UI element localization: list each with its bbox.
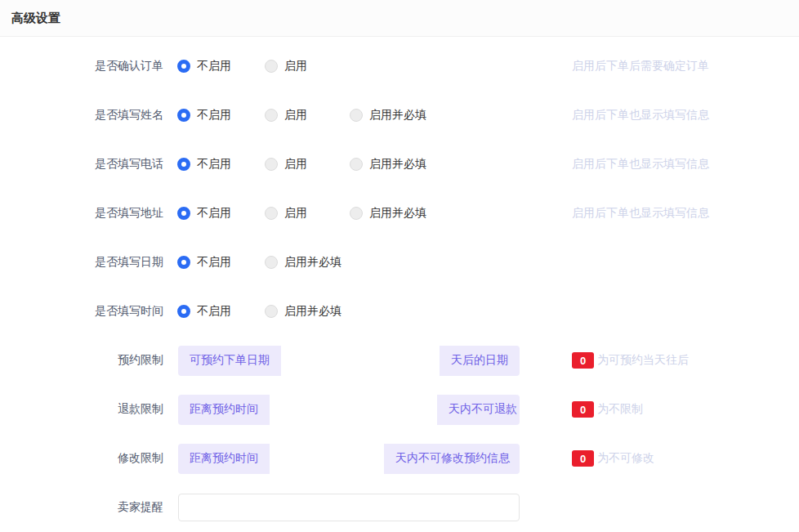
radio-option-enabled[interactable]: 启用 xyxy=(265,157,350,172)
row-label: 是否填写时间 xyxy=(0,304,163,319)
row-label: 是否确认订单 xyxy=(0,59,163,74)
radio-group-fill-address: 不启用 启用 启用并必填 xyxy=(177,206,426,221)
row-booking-limit: 预约限制 可预约下单日期 天后的日期 0 为可预约当天往后 xyxy=(0,336,799,385)
row-label: 是否填写姓名 xyxy=(0,108,163,123)
radio-group-confirm-order: 不启用 启用 xyxy=(177,59,307,74)
radio-option-disabled[interactable]: 不启用 xyxy=(177,59,265,74)
booking-limit-days-input[interactable] xyxy=(281,346,440,376)
radio-option-label[interactable]: 启用并必填 xyxy=(284,304,341,319)
radio-option-disabled[interactable]: 不启用 xyxy=(177,108,265,123)
row-seller-reminder: 卖家提醒 xyxy=(0,483,799,532)
row-fill-address: 是否填写地址 不启用 启用 启用并必填 启用后下单也显示填写信息 xyxy=(0,189,799,238)
radio-option-enabled-required[interactable]: 启用并必填 xyxy=(265,255,341,270)
radio-option-label[interactable]: 不启用 xyxy=(197,157,231,172)
row-fill-time: 是否填写时间 不启用 启用并必填 xyxy=(0,287,799,336)
row-hint: 启用后下单也显示填写信息 xyxy=(572,108,709,123)
radio-unselected-icon[interactable] xyxy=(265,60,278,73)
modify-limit-input-group: 距离预约时间 天内不可修改预约信息 xyxy=(178,444,520,474)
row-label: 是否填写日期 xyxy=(0,255,163,270)
modify-limit-days-input[interactable] xyxy=(270,444,384,474)
row-label: 是否填写电话 xyxy=(0,157,163,172)
radio-selected-icon[interactable] xyxy=(177,109,190,122)
radio-option-enabled[interactable]: 启用 xyxy=(265,206,350,221)
badge-hint-text: 为不可修改 xyxy=(597,451,654,466)
radio-option-enabled-required[interactable]: 启用并必填 xyxy=(265,304,341,319)
row-fill-name: 是否填写姓名 不启用 启用 启用并必填 启用后下单也显示填写信息 xyxy=(0,91,799,140)
advanced-settings-form: 是否确认订单 不启用 启用 启用后下单后需要确定订单 是否填写姓名 不启用 启用 xyxy=(0,37,799,532)
radio-unselected-icon[interactable] xyxy=(265,305,278,318)
radio-option-enabled[interactable]: 启用 xyxy=(265,59,307,74)
row-fill-date: 是否填写日期 不启用 启用并必填 xyxy=(0,238,799,287)
page-title: 高级设置 xyxy=(11,11,60,26)
radio-option-label[interactable]: 启用 xyxy=(284,108,307,123)
radio-selected-icon[interactable] xyxy=(177,158,190,171)
row-label: 预约限制 xyxy=(0,353,163,368)
radio-option-enabled-required[interactable]: 启用并必填 xyxy=(350,157,426,172)
radio-group-fill-date: 不启用 启用并必填 xyxy=(177,255,341,270)
radio-group-fill-phone: 不启用 启用 启用并必填 xyxy=(177,157,426,172)
radio-group-fill-time: 不启用 启用并必填 xyxy=(177,304,341,319)
badge-hint: 0 为不限制 xyxy=(572,401,643,418)
radio-option-disabled[interactable]: 不启用 xyxy=(177,255,265,270)
radio-option-label[interactable]: 启用并必填 xyxy=(284,255,341,270)
radio-option-enabled-required[interactable]: 启用并必填 xyxy=(350,108,426,123)
input-prefix: 可预约下单日期 xyxy=(178,346,281,376)
zero-badge: 0 xyxy=(572,450,594,467)
zero-badge: 0 xyxy=(572,401,594,418)
radio-option-label[interactable]: 启用 xyxy=(284,157,307,172)
radio-option-enabled[interactable]: 启用 xyxy=(265,108,350,123)
radio-unselected-icon[interactable] xyxy=(265,109,278,122)
radio-option-disabled[interactable]: 不启用 xyxy=(177,157,265,172)
seller-reminder-input[interactable] xyxy=(178,494,520,521)
radio-option-disabled[interactable]: 不启用 xyxy=(177,304,265,319)
row-confirm-order: 是否确认订单 不启用 启用 启用后下单后需要确定订单 xyxy=(0,42,799,91)
radio-option-enabled-required[interactable]: 启用并必填 xyxy=(350,206,426,221)
row-hint: 启用后下单后需要确定订单 xyxy=(572,59,709,74)
radio-option-label[interactable]: 启用并必填 xyxy=(369,206,426,221)
row-hint: 启用后下单也显示填写信息 xyxy=(572,206,709,221)
radio-option-label[interactable]: 不启用 xyxy=(197,206,231,221)
radio-unselected-icon[interactable] xyxy=(265,158,278,171)
radio-option-label[interactable]: 不启用 xyxy=(197,304,231,319)
badge-hint: 0 为可预约当天往后 xyxy=(572,352,689,369)
row-label: 是否填写地址 xyxy=(0,206,163,221)
input-suffix: 天内不可修改预约信息 xyxy=(384,444,520,474)
input-suffix: 天后的日期 xyxy=(440,346,520,376)
input-prefix: 距离预约时间 xyxy=(178,395,270,425)
radio-option-label[interactable]: 启用 xyxy=(284,206,307,221)
radio-selected-icon[interactable] xyxy=(177,305,190,318)
badge-hint: 0 为不可修改 xyxy=(572,450,654,467)
input-prefix: 距离预约时间 xyxy=(178,444,270,474)
row-label: 卖家提醒 xyxy=(0,500,163,515)
radio-unselected-icon[interactable] xyxy=(265,256,278,269)
radio-unselected-icon[interactable] xyxy=(350,207,363,220)
radio-option-disabled[interactable]: 不启用 xyxy=(177,206,265,221)
radio-selected-icon[interactable] xyxy=(177,60,190,73)
radio-unselected-icon[interactable] xyxy=(265,207,278,220)
row-modify-limit: 修改限制 距离预约时间 天内不可修改预约信息 0 为不可修改 xyxy=(0,434,799,483)
row-label: 退款限制 xyxy=(0,402,163,417)
booking-limit-input-group: 可预约下单日期 天后的日期 xyxy=(178,346,520,376)
radio-unselected-icon[interactable] xyxy=(350,158,363,171)
row-refund-limit: 退款限制 距离预约时间 天内不可退款 0 为不限制 xyxy=(0,385,799,434)
row-label: 修改限制 xyxy=(0,451,163,466)
badge-hint-text: 为不限制 xyxy=(597,402,643,417)
row-hint: 启用后下单也显示填写信息 xyxy=(572,157,709,172)
radio-option-label[interactable]: 不启用 xyxy=(197,255,231,270)
radio-option-label[interactable]: 不启用 xyxy=(197,59,231,74)
radio-group-fill-name: 不启用 启用 启用并必填 xyxy=(177,108,426,123)
badge-hint-text: 为可预约当天往后 xyxy=(597,353,689,368)
radio-option-label[interactable]: 启用并必填 xyxy=(369,108,426,123)
input-suffix: 天内不可退款 xyxy=(437,395,520,425)
refund-limit-days-input[interactable] xyxy=(270,395,437,425)
radio-option-label[interactable]: 启用并必填 xyxy=(369,157,426,172)
zero-badge: 0 xyxy=(572,352,594,369)
row-fill-phone: 是否填写电话 不启用 启用 启用并必填 启用后下单也显示填写信息 xyxy=(0,140,799,189)
radio-selected-icon[interactable] xyxy=(177,256,190,269)
radio-unselected-icon[interactable] xyxy=(350,109,363,122)
refund-limit-input-group: 距离预约时间 天内不可退款 xyxy=(178,395,520,425)
radio-option-label[interactable]: 启用 xyxy=(284,59,307,74)
radio-selected-icon[interactable] xyxy=(177,207,190,220)
radio-option-label[interactable]: 不启用 xyxy=(197,108,231,123)
panel-header: 高级设置 xyxy=(0,0,799,37)
